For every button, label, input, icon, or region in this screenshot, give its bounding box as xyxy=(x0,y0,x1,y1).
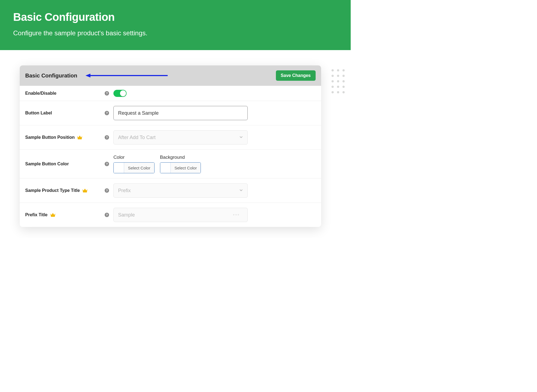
row-sample-button-position: Sample Button Position ? After Add To Ca… xyxy=(20,125,321,149)
input-placeholder: Sample xyxy=(118,212,135,218)
crown-icon xyxy=(50,212,56,217)
annotation-arrow-icon xyxy=(85,73,168,78)
row-sample-button-color: Sample Button Color ? Color Select Color… xyxy=(20,149,321,178)
help-icon[interactable]: ? xyxy=(105,162,109,166)
help-icon[interactable]: ? xyxy=(105,91,109,96)
button-position-select[interactable]: After Add To Cart xyxy=(113,130,248,145)
color-field-foreground: Color Select Color xyxy=(113,155,155,173)
settings-panel: Basic Configuration Save Changes Enable/… xyxy=(20,65,321,227)
row-label: Prefix Title xyxy=(25,212,48,217)
save-changes-button[interactable]: Save Changes xyxy=(276,70,316,81)
select-placeholder: After Add To Cart xyxy=(118,135,156,140)
product-type-title-select[interactable]: Prefix xyxy=(113,183,248,198)
page-title: Basic Configuration xyxy=(13,11,338,23)
enable-toggle[interactable] xyxy=(113,90,127,97)
svg-marker-1 xyxy=(85,74,90,77)
row-label: Enable/Disable xyxy=(25,91,56,96)
button-label-input[interactable] xyxy=(113,106,248,120)
select-color-button[interactable]: Select Color xyxy=(171,163,201,173)
chevron-down-icon xyxy=(239,135,243,140)
row-label: Sample Button Color xyxy=(25,162,69,166)
chevron-down-icon xyxy=(239,188,243,194)
color-sublabel: Background xyxy=(160,155,201,160)
color-picker-background[interactable]: Select Color xyxy=(160,162,201,173)
help-icon[interactable]: ? xyxy=(105,135,109,140)
color-sublabel: Color xyxy=(113,155,155,160)
row-label: Sample Button Position xyxy=(25,135,75,140)
page-hero: Basic Configuration Configure the sample… xyxy=(0,0,351,50)
select-placeholder: Prefix xyxy=(118,188,131,194)
color-picker-foreground[interactable]: Select Color xyxy=(113,162,155,173)
color-field-background: Background Select Color xyxy=(160,155,201,173)
crown-icon xyxy=(82,188,88,193)
prefix-title-input[interactable]: Sample ••• xyxy=(113,208,248,222)
panel-header: Basic Configuration Save Changes xyxy=(20,65,321,86)
row-enable-disable: Enable/Disable ? xyxy=(20,86,321,101)
row-label: Sample Product Type Title xyxy=(25,188,80,193)
ellipsis-icon: ••• xyxy=(233,212,240,218)
help-icon[interactable]: ? xyxy=(105,111,109,115)
panel-title: Basic Configuration xyxy=(25,73,77,79)
decorative-dots xyxy=(332,69,345,94)
help-icon[interactable]: ? xyxy=(105,188,109,193)
page-subtitle: Configure the sample product's basic set… xyxy=(13,29,338,37)
help-icon[interactable]: ? xyxy=(105,213,109,217)
color-swatch[interactable] xyxy=(114,163,124,173)
page-body: Basic Configuration Save Changes Enable/… xyxy=(0,50,351,238)
row-label: Button Label xyxy=(25,111,52,116)
crown-icon xyxy=(77,135,83,140)
select-color-button[interactable]: Select Color xyxy=(124,163,154,173)
row-button-label: Button Label ? xyxy=(20,101,321,125)
color-swatch[interactable] xyxy=(160,163,171,173)
row-sample-product-type-title: Sample Product Type Title ? Prefix xyxy=(20,178,321,203)
row-prefix-title: Prefix Title ? Sample ••• xyxy=(20,203,321,227)
